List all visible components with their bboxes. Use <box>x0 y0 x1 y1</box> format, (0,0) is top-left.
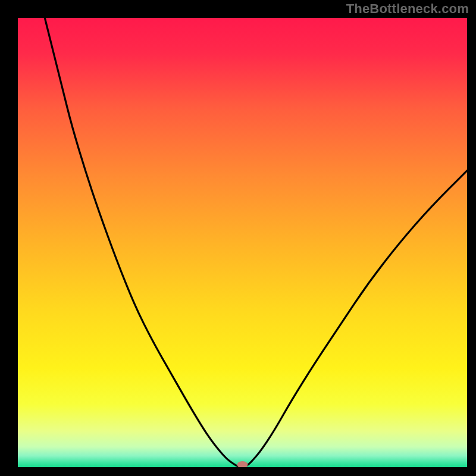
plot-area <box>18 18 467 467</box>
chart-frame: TheBottleneck.com <box>0 0 476 476</box>
bottleneck-chart <box>18 18 467 467</box>
watermark-text: TheBottleneck.com <box>346 1 469 17</box>
